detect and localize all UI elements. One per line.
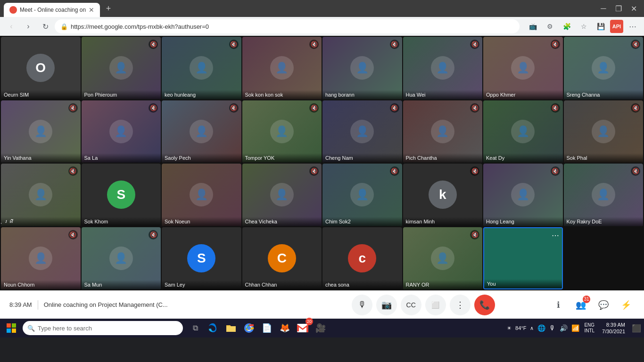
clock-time: 8:39 AM: [602, 321, 625, 328]
avatar-circle: C: [268, 244, 296, 272]
person-silhouette: 👤: [592, 183, 615, 206]
svg-point-6: [247, 326, 251, 330]
participant-name: Sok Phal: [564, 153, 644, 163]
network-icon: 🌐: [537, 324, 546, 332]
person-silhouette: 👤: [270, 183, 294, 206]
mute-indicator: 🔇: [470, 103, 479, 113]
end-call-button[interactable]: 📞: [474, 295, 495, 315]
people-button[interactable]: 👥 31: [572, 296, 589, 313]
system-tray: ☀ 84°F ∧ 🌐 🎙 🔊 📶: [506, 324, 580, 332]
network-wifi-icon[interactable]: 📶: [570, 324, 580, 332]
firefox-icon[interactable]: 🦊: [276, 320, 293, 337]
edge-icon[interactable]: [205, 320, 222, 337]
video-tile: 👤 🔇Sok Phal: [564, 100, 644, 163]
tray-arrow[interactable]: ∧: [529, 325, 535, 331]
video-tile: 👤 🔇RANY OR: [403, 227, 483, 290]
url-display: https://meet.google.com/tps-mxbk-ekh?aut…: [71, 23, 514, 30]
api-button[interactable]: API: [610, 20, 623, 33]
person-silhouette: 👤: [109, 120, 133, 143]
tab-favicon: [9, 6, 17, 14]
participant-name: Noun Chhorn: [1, 280, 81, 289]
video-tile: S Sam Ley: [162, 227, 241, 290]
video-tile: 👤 🔇ស្រី​ ​ ​ ​ ​ ​: [1, 164, 81, 226]
explorer-icon[interactable]: [223, 320, 239, 337]
taskbar-search-box[interactable]: 🔍 Type here to search: [23, 321, 183, 335]
search-icon: 🔍: [27, 325, 35, 332]
chrome-icon[interactable]: [240, 320, 257, 337]
person-silhouette: 👤: [431, 247, 454, 270]
present-button[interactable]: ⬜: [425, 295, 446, 315]
info-button[interactable]: ℹ: [550, 296, 567, 313]
mute-indicator: 🔇: [631, 103, 640, 113]
task-view-button[interactable]: ⧉: [187, 320, 204, 337]
mute-indicator: 🔇: [229, 40, 239, 49]
person-silhouette: 👤: [511, 120, 535, 143]
cc-button[interactable]: CC: [401, 295, 421, 315]
lang-text: ENGINTL: [584, 322, 594, 334]
mic-icon: 🎙: [548, 324, 557, 332]
meeting-controls: 🎙 📷 CC ⬜ ⋮ 📞: [297, 295, 550, 315]
taskbar: 🔍 Type here to search ⧉: [0, 319, 644, 337]
back-button[interactable]: ‹: [4, 19, 19, 34]
mute-button[interactable]: 🎙: [352, 295, 372, 315]
volume-icon[interactable]: 🔊: [559, 324, 569, 332]
settings-button[interactable]: ⚙: [542, 19, 557, 34]
close-tab-button[interactable]: ✕: [89, 6, 94, 14]
video-tile: k 🔇kimsan Minh: [403, 164, 483, 226]
zoom-icon[interactable]: 🎥: [312, 320, 329, 337]
files-icon[interactable]: 📄: [258, 320, 275, 337]
video-tile: 👤 🔇Saoly Pech: [162, 100, 241, 163]
bookmark-button[interactable]: ☆: [576, 19, 591, 34]
video-tile: C Chhan Chhan: [242, 227, 322, 290]
windows-icon: [7, 323, 16, 333]
video-tile: 👤 🔇Keat Dy: [483, 100, 563, 163]
notifications-button[interactable]: ⬛: [631, 320, 642, 337]
reload-button[interactable]: ↻: [38, 19, 53, 34]
gmail-icon[interactable]: 20: [294, 320, 311, 337]
more-options-button[interactable]: ⋮: [450, 295, 471, 315]
cast-button[interactable]: 📺: [525, 19, 540, 34]
right-controls: ℹ 👥 31 💬 ⚡: [550, 296, 635, 313]
avatar-circle: S: [187, 244, 215, 272]
video-tile: 👤 🔇Noun Chhorn: [1, 227, 81, 290]
participant-name: keo hunleang: [162, 90, 241, 99]
participant-name: Yin Vathana: [1, 153, 81, 163]
participant-name: Cheng Nam: [322, 153, 402, 163]
mute-indicator: 🔇: [68, 166, 78, 176]
video-tile: 👤 🔇Sa La: [82, 100, 161, 163]
video-tile: 👤 🔇Pich Chantha: [403, 100, 483, 163]
minimize-button[interactable]: ─: [597, 2, 610, 15]
participant-name: Hua Wei: [403, 90, 483, 99]
participant-name: Sreng Channa: [564, 90, 644, 99]
person-silhouette: 👤: [511, 183, 535, 206]
new-tab-button[interactable]: +: [102, 2, 115, 15]
video-tile: c chea sona: [322, 227, 402, 290]
video-tile: 👤 🔇Pon Phieroum: [82, 37, 161, 99]
start-button[interactable]: [2, 320, 21, 337]
svg-rect-3: [12, 329, 16, 333]
more-button[interactable]: ⋯: [625, 19, 640, 34]
chat-button[interactable]: 💬: [595, 296, 612, 313]
address-bar[interactable]: 🔒 https://meet.google.com/tps-mxbk-ekh?a…: [55, 19, 520, 33]
participant-name: Chhan Chhan: [242, 280, 322, 289]
extensions-button[interactable]: 🧩: [559, 19, 574, 34]
activities-button[interactable]: ⚡: [618, 296, 635, 313]
video-tile: 👤 🔇Yin Vathana: [1, 100, 81, 163]
person-silhouette: 👤: [350, 183, 374, 206]
close-button[interactable]: ✕: [627, 2, 640, 15]
forward-button[interactable]: ›: [21, 19, 36, 34]
language-indicator[interactable]: ENGINTL: [582, 322, 596, 334]
system-clock[interactable]: 8:39 AM 7/30/2021: [598, 321, 629, 335]
avatar-circle: O: [26, 54, 55, 82]
mute-indicator: 🔇: [149, 40, 158, 49]
more-options-icon[interactable]: ⋯: [552, 231, 559, 240]
participant-name: Hong Leang: [483, 217, 563, 226]
active-tab[interactable]: Meet - Online coaching on ✕: [4, 3, 100, 17]
maximize-button[interactable]: ❐: [612, 2, 625, 15]
taskbar-right-area: ☀ 84°F ∧ 🌐 🎙 🔊 📶 ENGINTL 8:39 AM 7/30/20…: [506, 320, 642, 337]
mute-indicator: 🔇: [309, 40, 319, 49]
save-button[interactable]: 💾: [593, 19, 608, 34]
camera-button[interactable]: 📷: [376, 295, 397, 315]
person-silhouette: 👤: [29, 120, 52, 143]
participant-name: You: [484, 279, 562, 288]
